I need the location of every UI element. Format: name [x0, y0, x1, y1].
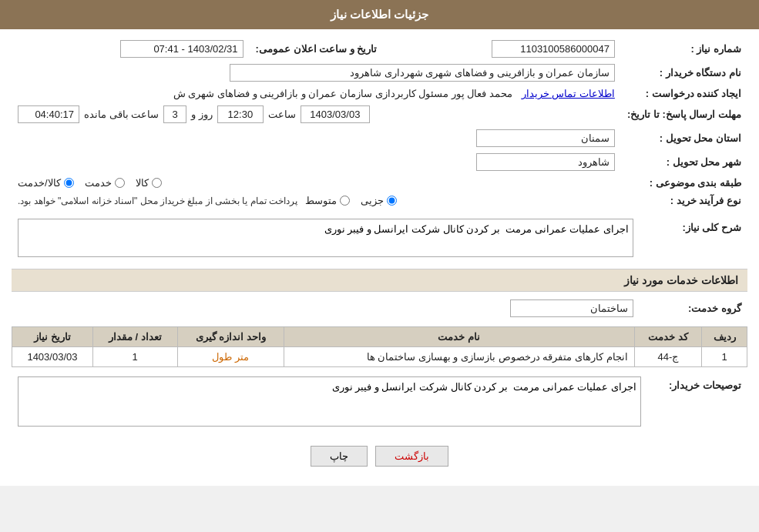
- ijadKonande-text: محمد فعال پور مسئول کاربردازی سازمان عمر…: [173, 88, 512, 99]
- main-content: شماره نیاز : 1103100586000047 تاریخ و سا…: [0, 29, 759, 486]
- mohlat-roz-box: 3: [163, 105, 186, 123]
- noeFarayand-label: نوع فرآیند خرید :: [621, 192, 747, 209]
- namDastgah-label: نام دستگاه خریدار :: [621, 61, 747, 85]
- tabaghe-khedmat: خدمت: [85, 177, 125, 189]
- mohlat-maande-box: 04:40:17: [18, 105, 79, 123]
- tosihKharidar-value: [12, 373, 647, 432]
- noeFarayand-flex: پرداخت تمام یا بخشی از مبلغ خریداز محل "…: [18, 195, 615, 206]
- noeFarayand-motevaset: متوسط: [305, 195, 350, 206]
- services-table: ردیف کد خدمت نام خدمت واحد اندازه گیری ت…: [12, 326, 747, 367]
- col-tarikh: تاریخ نیاز: [12, 327, 93, 347]
- groheKhedmat-table: گروه خدمت: ساختمان: [12, 296, 747, 320]
- cell-vahed: متر طول: [177, 347, 284, 367]
- row-shomareNiaz: شماره نیاز : 1103100586000047 تاریخ و سا…: [12, 37, 747, 61]
- row-groheKhedmat: گروه خدمت: ساختمان: [12, 296, 747, 320]
- tabaghe-kala: کالا: [136, 177, 162, 189]
- groheKhedmat-box: ساختمان: [510, 299, 633, 317]
- ijadKonande-link[interactable]: اطلاعات تماس خریدار: [522, 88, 615, 99]
- shahr-label: شهر محل تحویل :: [621, 150, 747, 174]
- noeFarayand-motevaset-radio[interactable]: [340, 196, 350, 206]
- row-sharhKoli: شرح کلی نیاز:: [12, 216, 747, 263]
- cell-radif: 1: [702, 347, 747, 367]
- tabaghe-label: طبقه بندی موضوعی :: [621, 174, 747, 192]
- shomareNiaz-label: شماره نیاز :: [621, 37, 747, 61]
- tabaghe-kala-radio[interactable]: [152, 178, 162, 188]
- col-vahed: واحد اندازه گیری: [177, 327, 284, 347]
- tabaghe-options: کالا/خدمت خدمت کالا: [12, 174, 621, 192]
- sharh-table: شرح کلی نیاز:: [12, 216, 747, 263]
- tosih-table: توصیحات خریدار:: [12, 373, 747, 432]
- shahr-value: شاهرود: [12, 150, 621, 174]
- tarikhoSaat-value: 1403/02/31 - 07:41: [12, 37, 250, 61]
- tabaghe-khedmat-label: خدمت: [85, 177, 112, 189]
- services-header-row: ردیف کد خدمت نام خدمت واحد اندازه گیری ت…: [12, 327, 747, 347]
- row-noeFarayand: نوع فرآیند خرید : پرداخت تمام یا بخشی از…: [12, 192, 747, 209]
- row-ostan: استان محل تحویل : سمنان: [12, 126, 747, 150]
- services-table-head: ردیف کد خدمت نام خدمت واحد اندازه گیری ت…: [12, 327, 747, 347]
- tosihKharidar-label: توصیحات خریدار:: [647, 373, 747, 432]
- ostan-value: سمنان: [12, 126, 621, 150]
- cell-tarikh: 1403/03/03: [12, 347, 93, 367]
- noeFarayand-jozi-radio[interactable]: [387, 196, 397, 206]
- cell-kod: ج-44: [634, 347, 702, 367]
- tabaghe-khedmat-radio[interactable]: [115, 178, 125, 188]
- row-namDastgah: نام دستگاه خریدار : سازمان عمران و بازاف…: [12, 61, 747, 85]
- button-bar: چاپ بازگشت: [12, 438, 747, 478]
- cell-tedad: 1: [92, 347, 177, 367]
- sharhKoli-textarea[interactable]: [18, 219, 633, 257]
- mohlat-flex: 04:40:17 ساعت باقی مانده 3 روز و 12:30 س…: [18, 105, 615, 123]
- ostan-label: استان محل تحویل :: [621, 126, 747, 150]
- tabaghe-kala-label: کالا: [136, 177, 149, 189]
- noeFarayand-value: پرداخت تمام یا بخشی از مبلغ خریداز محل "…: [12, 192, 621, 209]
- mohlat-saat-label: ساعت: [268, 109, 296, 120]
- sharhKoli-label: شرح کلی نیاز:: [640, 216, 747, 263]
- mohlat-row: 04:40:17 ساعت باقی مانده 3 روز و 12:30 س…: [12, 102, 621, 126]
- noeFarayand-jozi-label: جزیی: [361, 195, 384, 206]
- back-button[interactable]: بازگشت: [375, 446, 448, 467]
- namDastgah-value: سازمان عمران و بازافرینی و فضاهای شهری ش…: [12, 61, 621, 85]
- ijadKonande-value: اطلاعات تماس خریدار محمد فعال پور مسئول …: [12, 85, 621, 102]
- shomareNiaz-value: 1103100586000047: [383, 37, 621, 61]
- noeFarayand-motevaset-label: متوسط: [305, 195, 337, 206]
- mohlat-saat-box: 12:30: [217, 105, 264, 123]
- shahr-box: شاهرود: [476, 153, 615, 171]
- noeFarayand-radio-group: متوسط جزیی: [305, 195, 397, 206]
- print-button[interactable]: چاپ: [311, 446, 368, 467]
- mohlat-date-box: 1403/03/03: [301, 105, 370, 123]
- tosihKharidar-textarea[interactable]: [18, 376, 641, 427]
- col-nam: نام خدمت: [284, 327, 634, 347]
- mohlat-label: مهلت ارسال پاسخ: تا تاریخ:: [621, 102, 747, 126]
- namDastgah-box: سازمان عمران و بازافرینی و فضاهای شهری ش…: [230, 64, 615, 82]
- shomareNiaz-box: 1103100586000047: [492, 40, 615, 58]
- tabaghe-kala-khedmat-label: کالا/خدمت: [18, 177, 61, 189]
- ijadKonande-label: ایجاد کننده درخواست :: [621, 85, 747, 102]
- col-kod: کد خدمت: [634, 327, 702, 347]
- noeFarayand-jozi: جزیی: [361, 195, 397, 206]
- tabaghe-kala-khedmat: کالا/خدمت: [18, 177, 74, 189]
- page-header: جزئیات اطلاعات نیاز: [0, 0, 759, 29]
- mohlat-maande-label: ساعت باقی مانده: [84, 109, 159, 120]
- info-table: شماره نیاز : 1103100586000047 تاریخ و سا…: [12, 37, 747, 209]
- page-container: جزئیات اطلاعات نیاز شماره نیاز : 1103100…: [0, 0, 759, 486]
- tabaghe-radio-group: کالا/خدمت خدمت کالا: [18, 177, 615, 189]
- tabaghe-kala-khedmat-radio[interactable]: [64, 178, 74, 188]
- col-tedad: تعداد / مقدار: [92, 327, 177, 347]
- mohlat-roz-label: روز و: [191, 109, 213, 120]
- col-radif: ردیف: [702, 327, 747, 347]
- groheKhedmat-value: ساختمان: [12, 296, 640, 320]
- sharhKoli-value: [12, 216, 640, 263]
- row-tosihKharidar: توصیحات خریدار:: [12, 373, 747, 432]
- row-shahr: شهر محل تحویل : شاهرود: [12, 150, 747, 174]
- tarikhoSaat-label: تاریخ و ساعت اعلان عمومی:: [250, 37, 384, 61]
- row-mohlat: مهلت ارسال پاسخ: تا تاریخ: 04:40:17 ساعت…: [12, 102, 747, 126]
- services-table-body: 1 ج-44 انجام کارهای متفرقه درخصوص بازساز…: [12, 347, 747, 367]
- page-title: جزئیات اطلاعات نیاز: [331, 8, 428, 21]
- noeFarayand-note: پرداخت تمام یا بخشی از مبلغ خریداز محل "…: [18, 196, 297, 206]
- row-ijadKonande: ایجاد کننده درخواست : اطلاعات تماس خریدا…: [12, 85, 747, 102]
- row-tabaghe: طبقه بندی موضوعی : کالا/خدمت خدمت کالا: [12, 174, 747, 192]
- tarikhoSaat-box: 1403/02/31 - 07:41: [120, 40, 243, 58]
- ostan-box: سمنان: [476, 129, 615, 147]
- khadamat-section-title: اطلاعات خدمات مورد نیاز: [12, 269, 747, 292]
- groheKhedmat-label: گروه خدمت:: [640, 296, 747, 320]
- cell-nam: انجام کارهای متفرقه درخصوص بازسازی و بهس…: [284, 347, 634, 367]
